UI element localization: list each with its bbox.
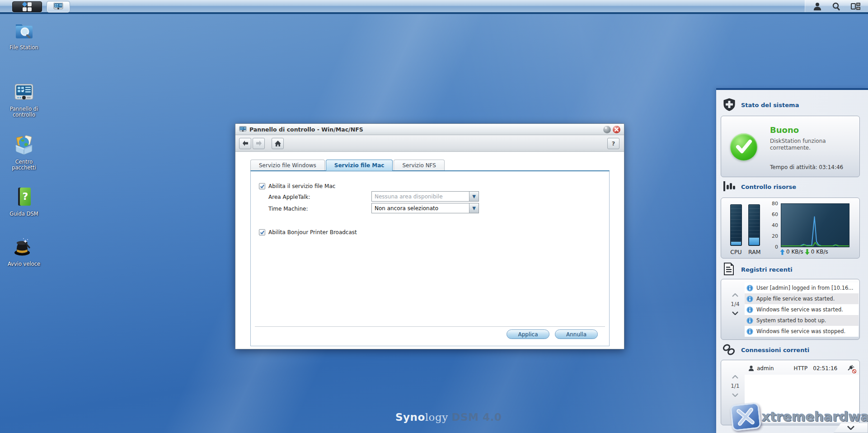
home-button[interactable] bbox=[272, 138, 284, 149]
window-titlebar-icon bbox=[239, 126, 247, 133]
log-text: User [admin] logged in from [10.16... bbox=[756, 285, 853, 291]
timemachine-select[interactable]: Non ancora selezionato ▼ bbox=[371, 203, 479, 213]
pager-down-icon[interactable] bbox=[732, 311, 738, 315]
desktop-icon-file-station[interactable]: File Station bbox=[0, 21, 48, 51]
checkbox-checked-icon[interactable] bbox=[259, 229, 265, 235]
info-icon bbox=[746, 317, 753, 324]
checkbox-label: Abilita il servizio file Mac bbox=[268, 183, 335, 189]
svg-text:?: ? bbox=[23, 191, 28, 202]
brand-text: Syno bbox=[395, 411, 425, 423]
log-row: Windows file service was stopped. bbox=[745, 326, 859, 337]
connection-time: 02:51:16 bbox=[813, 365, 837, 372]
desktop-icon-package-center[interactable]: Centro pacchetti bbox=[0, 134, 48, 171]
taskbar-control-panel-button[interactable] bbox=[47, 1, 70, 12]
user-icon bbox=[748, 365, 754, 372]
pager-up-icon[interactable] bbox=[732, 375, 738, 379]
status-value: Buono bbox=[770, 125, 799, 135]
recent-logs-box: 1/4 User [admin] logged in from [10.16..… bbox=[721, 279, 860, 340]
window-content: Servizio file Windows Servizio file Mac … bbox=[235, 152, 624, 349]
window-title: Pannello di controllo - Win/Mac/NFS bbox=[249, 126, 363, 133]
forward-arrow-icon bbox=[255, 140, 263, 146]
cpu-meter-fill bbox=[731, 242, 741, 245]
chevron-down-icon[interactable]: ▼ bbox=[469, 192, 479, 201]
pager-up-icon[interactable] bbox=[732, 293, 738, 297]
network-speed-row: 0 KB/s 0 KB/s bbox=[780, 249, 828, 255]
desktop-icon-label: Centro pacchetti bbox=[0, 159, 48, 171]
system-status-box: Buono DiskStation funziona correttamente… bbox=[721, 116, 860, 177]
connection-protocol: HTTP bbox=[794, 365, 808, 372]
ram-meter-fill bbox=[749, 238, 759, 245]
bonjour-checkbox-row[interactable]: Abilita Bonjour Printer Broadcast bbox=[259, 229, 357, 235]
taskbar bbox=[0, 0, 868, 14]
apply-button[interactable]: Applica bbox=[507, 329, 549, 339]
control-panel-window: Pannello di controllo - Win/Mac/NFS ? bbox=[235, 123, 624, 349]
log-row: User [admin] logged in from [10.16... bbox=[745, 282, 859, 293]
help-button[interactable]: ? bbox=[607, 138, 619, 149]
tab-servizio-nfs[interactable]: Servizio NFS bbox=[394, 160, 444, 171]
tab-servizio-file-mac[interactable]: Servizio file Mac bbox=[326, 160, 393, 171]
cancel-button[interactable]: Annulla bbox=[555, 329, 598, 339]
xtremehardware-text: xtremehardware.it bbox=[762, 409, 868, 424]
connection-user: admin bbox=[757, 365, 774, 372]
log-row: System started to boot up. bbox=[745, 315, 859, 326]
appletalk-select[interactable]: Nessuna area disponibile ▼ bbox=[371, 191, 479, 202]
package-center-icon bbox=[13, 134, 35, 157]
status-description: DiskStation funziona correttamente. bbox=[770, 138, 847, 151]
tab-servizio-file-windows[interactable]: Servizio file Windows bbox=[250, 160, 325, 171]
desktop-icon-label: Pannello di controllo bbox=[0, 106, 48, 118]
appletalk-label: Area AppleTalk: bbox=[268, 194, 310, 200]
log-row: Windows file service was started. bbox=[745, 304, 859, 315]
y-tick: 60 bbox=[766, 212, 778, 217]
window-titlebar[interactable]: Pannello di controllo - Win/Mac/NFS bbox=[235, 124, 624, 135]
connection-row: admin HTTP 02:51:16 bbox=[745, 363, 859, 374]
back-arrow-icon bbox=[242, 140, 249, 146]
desktop-icon-control-panel[interactable]: Pannello di controllo bbox=[0, 82, 48, 118]
resource-monitor-box: CPU RAM 80 60 40 20 0 0 KB/s 0 KB/s bbox=[721, 198, 860, 259]
desktop-icon-dsm-help[interactable]: ? Guida DSM bbox=[0, 186, 48, 217]
log-text: Windows file service was started. bbox=[756, 306, 843, 313]
main-menu-grid-icon bbox=[23, 2, 32, 11]
shield-icon bbox=[723, 98, 736, 113]
logs-pager: 1/4 bbox=[727, 292, 743, 316]
control-panel-icon bbox=[13, 82, 35, 104]
desktop-icon-label: Avvio veloce bbox=[0, 261, 48, 267]
ram-meter bbox=[748, 204, 760, 246]
minimize-button[interactable] bbox=[603, 126, 611, 133]
search-icon[interactable] bbox=[830, 1, 842, 11]
user-menu-icon[interactable] bbox=[812, 1, 823, 11]
main-menu-button[interactable] bbox=[12, 1, 42, 12]
log-text: System started to boot up. bbox=[756, 317, 826, 324]
taskbar-right-panel bbox=[805, 0, 868, 12]
close-button[interactable] bbox=[613, 126, 620, 133]
info-icon bbox=[746, 306, 753, 313]
disconnect-icon[interactable] bbox=[847, 365, 854, 372]
window-toolbar: ? bbox=[235, 135, 624, 152]
y-tick: 0 bbox=[766, 244, 778, 250]
back-button[interactable] bbox=[239, 138, 251, 149]
forward-button[interactable] bbox=[253, 138, 265, 149]
dsm-help-icon: ? bbox=[14, 186, 34, 209]
network-traffic-chart bbox=[781, 203, 849, 247]
current-connections-header: Connessioni correnti bbox=[741, 347, 809, 353]
desktop-icon-quick-start[interactable]: Avvio veloce bbox=[0, 235, 48, 267]
home-icon bbox=[274, 140, 282, 147]
log-text: Apple file service was started. bbox=[756, 296, 835, 302]
file-station-icon bbox=[13, 21, 35, 43]
enable-mac-service-checkbox-row[interactable]: Abilita il servizio file Mac bbox=[259, 183, 335, 189]
y-tick: 40 bbox=[766, 222, 778, 228]
link-icon bbox=[722, 343, 736, 358]
log-text: Windows file service was stopped. bbox=[756, 328, 845, 334]
cpu-meter bbox=[730, 204, 742, 246]
xtremehardware-watermark: xtremehardware.it bbox=[731, 404, 868, 430]
logs-page-indicator: 1/4 bbox=[727, 301, 743, 307]
desktop-icon-label: Guida DSM bbox=[0, 211, 48, 217]
chevron-down-icon[interactable]: ▼ bbox=[469, 203, 479, 213]
desktop: File Station Pannello di controllo bbox=[0, 0, 868, 433]
checkbox-checked-icon[interactable] bbox=[259, 183, 265, 189]
info-icon bbox=[746, 328, 753, 335]
recent-logs-header: Registri recenti bbox=[741, 266, 793, 273]
synology-brand-watermark: SynologyDSM 4.0 bbox=[395, 411, 502, 423]
info-icon bbox=[746, 285, 753, 292]
pager-down-icon[interactable] bbox=[732, 393, 738, 397]
pilot-view-icon[interactable] bbox=[850, 1, 862, 11]
